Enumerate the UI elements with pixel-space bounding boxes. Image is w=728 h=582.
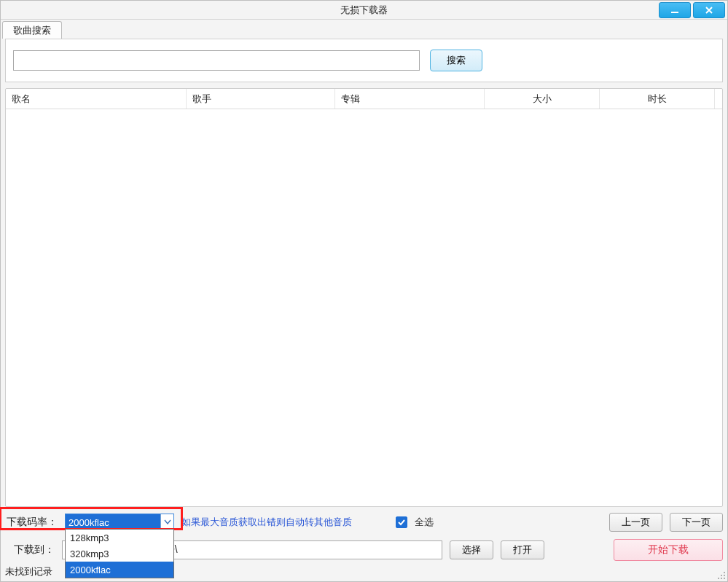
bitrate-selected: 2000kflac xyxy=(66,514,160,530)
browse-button[interactable]: 选择 xyxy=(450,540,493,559)
svg-point-5 xyxy=(721,578,722,579)
close-button[interactable] xyxy=(693,2,725,18)
tab-bar: 歌曲搜索 xyxy=(1,20,727,39)
bitrate-option[interactable]: 2000kflac xyxy=(66,562,173,578)
minimize-icon xyxy=(670,5,680,15)
prev-page-button[interactable]: 上一页 xyxy=(609,513,662,532)
svg-rect-0 xyxy=(671,12,678,13)
bitrate-hint: 如果最大音质获取出错则自动转其他音质 xyxy=(181,516,352,529)
search-pane: 搜索 xyxy=(5,39,723,82)
col-song[interactable]: 歌名 xyxy=(6,89,187,109)
tab-label: 歌曲搜索 xyxy=(13,25,51,36)
col-singer[interactable]: 歌手 xyxy=(187,89,335,109)
window-title: 无损下载器 xyxy=(340,4,388,17)
app-window: 无损下载器 歌曲搜索 搜索 歌名 歌手 专辑 大小 时长 xyxy=(0,0,728,582)
search-input[interactable] xyxy=(13,50,420,71)
title-bar: 无损下载器 xyxy=(1,1,727,20)
minimize-button[interactable] xyxy=(659,2,691,18)
close-icon xyxy=(704,5,714,15)
svg-point-4 xyxy=(718,578,719,579)
col-album[interactable]: 专辑 xyxy=(335,89,485,109)
bitrate-label: 下载码率： xyxy=(7,516,58,529)
col-duration[interactable]: 时长 xyxy=(600,89,715,109)
status-text: 未找到记录 xyxy=(5,566,52,577)
open-folder-button[interactable]: 打开 xyxy=(501,540,544,559)
check-icon xyxy=(398,519,405,526)
bitrate-option[interactable]: 320kmp3 xyxy=(66,546,173,562)
bottom-panel: 下载码率： 2000kflac 如果最大音质获取出错则自动转其他音质 全选 上一… xyxy=(1,507,727,564)
resize-grip[interactable] xyxy=(716,570,726,580)
start-download-button[interactable]: 开始下载 xyxy=(614,539,723,561)
resize-grip-icon xyxy=(716,570,726,580)
next-page-button[interactable]: 下一页 xyxy=(670,513,723,532)
bitrate-dropdown: 128kmp3 320kmp3 2000kflac xyxy=(65,529,174,578)
select-all-checkbox[interactable] xyxy=(396,516,407,528)
search-button[interactable]: 搜索 xyxy=(430,50,482,71)
table-header: 歌名 歌手 专辑 大小 时长 xyxy=(6,89,722,109)
bitrate-option[interactable]: 128kmp3 xyxy=(66,530,173,546)
search-button-label: 搜索 xyxy=(447,54,466,67)
col-size[interactable]: 大小 xyxy=(485,89,600,109)
svg-point-6 xyxy=(724,578,725,579)
select-all-label: 全选 xyxy=(415,516,434,529)
svg-point-3 xyxy=(724,575,725,576)
results-table: 歌名 歌手 专辑 大小 时长 xyxy=(5,88,723,507)
svg-point-2 xyxy=(721,575,722,576)
table-body xyxy=(6,109,722,506)
tab-song-search[interactable]: 歌曲搜索 xyxy=(2,21,62,39)
chevron-down-icon xyxy=(160,514,173,530)
svg-point-1 xyxy=(724,572,725,573)
download-to-label: 下载到： xyxy=(14,543,55,557)
window-buttons xyxy=(659,1,727,19)
